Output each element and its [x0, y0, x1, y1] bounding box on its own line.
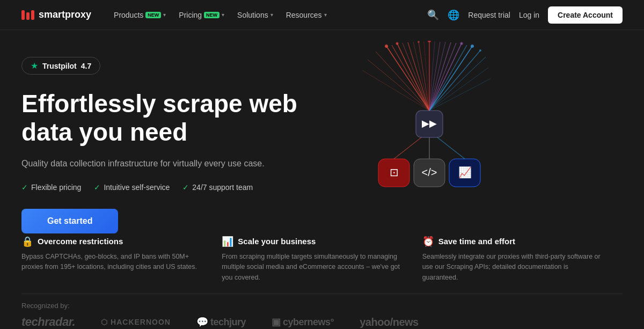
hero-features-list: ✓ Flexible pricing ✓ Intuitive self-serv…: [21, 183, 343, 192]
nav-item-pricing[interactable]: Pricing NEW ▾: [173, 8, 230, 23]
hero-subtitle: Quality data collection infrastructure f…: [21, 157, 279, 170]
network-visualization: ▶▶: [343, 41, 515, 191]
scale-icon: 📊: [222, 236, 233, 247]
logo-text: smartproxy: [39, 9, 91, 20]
time-text: Seamlessly integrate our proxies with th…: [422, 252, 601, 283]
svg-text:⊡: ⊡: [390, 166, 399, 178]
svg-text:📈: 📈: [458, 166, 472, 179]
bottom-section: 🔒 Overcome restrictions Bypass CAPTCHAs,…: [21, 236, 623, 329]
logos-row: techradar. ⬡ HACKERNOON 💬 techjury ▣ cyb…: [21, 315, 623, 329]
trustpilot-star-icon: ★: [31, 61, 38, 71]
svg-line-14: [368, 60, 429, 111]
search-icon: 🔍: [427, 9, 439, 21]
logo-bar-2: [26, 12, 30, 20]
nav-badge-pricing: NEW: [204, 12, 219, 18]
nav-item-resources[interactable]: Resources ▾: [281, 8, 332, 23]
navbar: smartproxy Products NEW ▾ Pricing NEW ▾ …: [0, 0, 644, 30]
check-icon-3: ✓: [182, 183, 189, 192]
logo-bar-1: [21, 10, 25, 20]
restrictions-title: Overcome restrictions: [38, 237, 123, 246]
logo-techradar: techradar.: [21, 315, 75, 329]
chevron-down-icon-resources: ▾: [324, 12, 327, 18]
svg-line-4: [408, 42, 429, 111]
trustpilot-badge: ★ Trustpilot 4.7: [21, 57, 100, 75]
nav-badge-products: NEW: [145, 12, 161, 18]
feature-support: ✓ 24/7 support team: [182, 183, 253, 192]
svg-line-11: [429, 50, 480, 111]
request-trial-link[interactable]: Request trial: [468, 11, 510, 19]
feature-card-title-restrictions: 🔒 Overcome restrictions: [21, 236, 200, 247]
logo-bar-3: [31, 10, 34, 20]
logo[interactable]: smartproxy: [21, 9, 91, 20]
svg-point-29: [418, 41, 420, 43]
feature-flexible-pricing: ✓ Flexible pricing: [21, 183, 81, 192]
svg-text:</>: </>: [422, 166, 437, 178]
section-separator: [21, 294, 623, 294]
chevron-down-icon-solutions: ▾: [270, 12, 273, 18]
feature-card-title-time: ⏰ Save time and effort: [422, 236, 601, 247]
nav-label-pricing: Pricing: [179, 11, 202, 19]
nav-label-resources: Resources: [286, 11, 322, 19]
main-content: ★ Trustpilot 4.7 Effortlessly scrape web…: [0, 30, 644, 329]
svg-point-28: [396, 42, 399, 45]
feature-card-scale: 📊 Scale your business From scraping mult…: [222, 236, 422, 283]
chevron-down-icon-pricing: ▾: [222, 12, 224, 18]
nav-label-solutions: Solutions: [237, 11, 268, 19]
feature-self-service: ✓ Intuitive self-service: [94, 183, 170, 192]
logo-cybernews: ▣ cybernews°: [272, 316, 334, 328]
svg-point-32: [471, 45, 474, 48]
translate-icon: 🌐: [448, 9, 459, 21]
scale-title: Scale your business: [238, 237, 316, 246]
svg-line-9: [429, 43, 462, 111]
svg-point-27: [385, 45, 388, 48]
logo-techjury: 💬 techjury: [196, 316, 246, 328]
feature-label-1: Flexible pricing: [31, 183, 81, 192]
create-account-button[interactable]: Create Account: [548, 6, 623, 24]
features-row: 🔒 Overcome restrictions Bypass CAPTCHAs,…: [21, 236, 623, 283]
feature-card-title-scale: 📊 Scale your business: [222, 236, 400, 247]
svg-point-30: [428, 41, 431, 42]
nav-label-products: Products: [114, 11, 143, 19]
check-icon-2: ✓: [94, 183, 100, 192]
feature-card-time: ⏰ Save time and effort Seamlessly integr…: [422, 236, 623, 283]
nav-right: 🔍 🌐 Request trial Log in Create Account: [427, 6, 623, 24]
svg-line-18: [392, 45, 429, 111]
svg-text:▶▶: ▶▶: [422, 118, 437, 129]
restrictions-icon: 🔒: [21, 236, 33, 247]
svg-line-3: [397, 43, 429, 111]
nav-items: Products NEW ▾ Pricing NEW ▾ Solutions ▾…: [108, 8, 427, 23]
scale-text: From scraping multiple targets simultane…: [222, 252, 400, 283]
feature-label-3: 24/7 support team: [192, 183, 253, 192]
translate-button[interactable]: 🌐: [448, 9, 459, 21]
trustpilot-name: Trustpilot: [42, 62, 77, 70]
search-button[interactable]: 🔍: [427, 9, 439, 21]
check-icon-1: ✓: [21, 183, 28, 192]
logo-yahoonews: yahoo/news: [360, 316, 418, 328]
logo-icon: [21, 10, 34, 20]
recognized-section: Recognized by: techradar. ⬡ HACKERNOON 💬…: [21, 302, 623, 329]
nav-item-solutions[interactable]: Solutions ▾: [232, 8, 279, 23]
svg-line-40: [394, 137, 421, 159]
svg-point-31: [460, 42, 463, 45]
time-icon: ⏰: [422, 236, 434, 247]
feature-card-restrictions: 🔒 Overcome restrictions Bypass CAPTCHAs,…: [21, 236, 222, 283]
svg-line-41: [437, 137, 465, 159]
svg-point-33: [479, 49, 481, 52]
logo-hackernoon: ⬡ HACKERNOON: [101, 318, 171, 326]
get-started-button[interactable]: Get started: [21, 209, 118, 233]
hero-title: Effortlessly scrape web data you need: [21, 90, 301, 147]
time-title: Save time and effort: [438, 237, 515, 246]
trustpilot-score: 4.7: [81, 62, 91, 70]
chevron-down-icon-products: ▾: [163, 12, 166, 18]
nav-item-products[interactable]: Products NEW ▾: [108, 8, 171, 23]
restrictions-text: Bypass CAPTCHAs, geo-blocks, and IP bans…: [21, 252, 200, 273]
log-in-link[interactable]: Log in: [519, 11, 539, 19]
feature-label-2: Intuitive self-service: [104, 183, 170, 192]
recognized-label: Recognized by:: [21, 302, 623, 310]
